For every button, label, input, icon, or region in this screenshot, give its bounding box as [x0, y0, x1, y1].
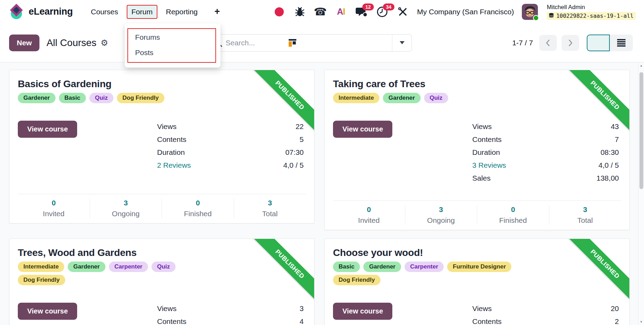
view-course-button[interactable]: View course: [333, 303, 392, 320]
stat-value: 07:30: [285, 146, 304, 159]
pager-previous-button[interactable]: [539, 35, 557, 51]
footer-stat-ongoing[interactable]: 3Ongoing: [90, 199, 162, 218]
stat-row: Views43: [472, 120, 619, 133]
menu-reporting[interactable]: Reporting: [161, 5, 202, 19]
course-tag: Gardener: [68, 262, 105, 272]
debug-tools-icon[interactable]: [397, 5, 409, 19]
view-course-button[interactable]: View course: [18, 303, 77, 320]
footer-stat-label: Finished: [477, 216, 549, 225]
elearning-logo-icon: [8, 4, 24, 20]
dropdown-item-posts[interactable]: Posts: [125, 45, 221, 60]
footer-stat-value: 3: [234, 199, 306, 207]
new-content-plus-icon[interactable]: +: [214, 6, 220, 17]
course-title: Choose your wood!: [333, 247, 621, 258]
course-tag: Basic: [59, 93, 86, 103]
user-avatar[interactable]: [522, 4, 538, 20]
footer-stat-label: Ongoing: [90, 210, 162, 218]
footer-stat-ongoing[interactable]: 3Ongoing: [405, 205, 478, 225]
search-bar: [208, 34, 412, 52]
vertical-scrollbar[interactable]: ▲ ▼: [638, 62, 644, 325]
course-stats: Views3Contents4Duration06:00: [157, 302, 304, 325]
gear-icon[interactable]: ⚙: [101, 38, 108, 48]
ai-icon[interactable]: AI: [335, 5, 347, 19]
course-card-body: View course Views3Contents4Duration06:00: [18, 302, 306, 325]
chevron-down-icon: [400, 41, 405, 44]
stat-value: 5: [299, 133, 304, 146]
course-title: Basics of Gardening: [18, 78, 306, 90]
menu-courses[interactable]: Courses: [86, 5, 123, 19]
app-brand[interactable]: eLearning: [8, 4, 73, 20]
record-icon[interactable]: [273, 5, 286, 19]
tag-row: BasicGardenerCarpenterFurniture Designer: [333, 262, 621, 272]
reviews-link[interactable]: 3 Reviews: [472, 159, 506, 172]
course-tag: Gardener: [18, 93, 55, 103]
footer-stat-invited[interactable]: 0Invited: [18, 199, 90, 218]
stat-value: 2: [615, 315, 619, 325]
course-tag: Dog Friendly: [117, 93, 164, 103]
footer-stat-label: Ongoing: [405, 216, 477, 225]
footer-stat-total[interactable]: 3Total: [234, 199, 306, 218]
kanban-view-button[interactable]: [587, 35, 610, 51]
scrollbar-thumb[interactable]: [639, 72, 643, 189]
stat-row: Contents4: [157, 315, 304, 325]
view-course-button[interactable]: View course: [18, 121, 77, 138]
stat-label: Contents: [472, 315, 502, 325]
footer-stat-finished[interactable]: 0Finished: [162, 199, 234, 218]
course-tags: GardenerBasicQuizDog Friendly: [18, 93, 306, 103]
menu-forum[interactable]: Forum: [127, 5, 158, 19]
course-stats: Views43Contents7Duration08:303 Reviews4,…: [472, 120, 619, 184]
voip-phone-icon[interactable]: ☎: [314, 5, 327, 19]
course-tag: Quiz: [89, 93, 113, 103]
course-tag: Quiz: [151, 262, 176, 272]
course-tag: Furniture Designer: [447, 262, 511, 272]
pager-next-button[interactable]: [562, 35, 579, 51]
main-menu: Courses Forum Reporting: [86, 5, 202, 19]
footer-stat-label: Total: [549, 216, 621, 225]
stat-row: Views3: [157, 302, 304, 315]
stat-row: 3 Reviews4,0 / 5: [472, 159, 619, 172]
systray: ☎ AI 12 34: [273, 4, 636, 20]
scrollbar-down-arrow[interactable]: ▼: [638, 319, 644, 325]
tag-row: GardenerBasicQuizDog Friendly: [18, 93, 306, 103]
stat-row: Contents5: [157, 133, 304, 146]
messages-icon[interactable]: 12: [355, 5, 368, 19]
tag-row: Dog Friendly: [333, 275, 621, 285]
view-course-button[interactable]: View course: [333, 121, 392, 138]
activities-clock-icon[interactable]: 34: [376, 5, 388, 19]
course-card[interactable]: PUBLISHED Taking care of Trees Intermedi…: [324, 70, 630, 230]
course-card[interactable]: PUBLISHED Trees, Wood and Gardens Interm…: [9, 239, 314, 325]
stat-row: Duration07:30: [157, 146, 304, 159]
reviews-link[interactable]: 2 Reviews: [157, 159, 191, 172]
tag-row: Dog Friendly: [18, 275, 306, 285]
course-card[interactable]: PUBLISHED Basics of Gardening GardenerBa…: [9, 70, 314, 224]
search-input[interactable]: [223, 39, 392, 47]
kanban-grid: PUBLISHED Basics of Gardening GardenerBa…: [9, 70, 644, 325]
tag-row: IntermediateGardenerCarpenterQuiz: [18, 262, 306, 272]
new-button[interactable]: New: [9, 35, 39, 51]
footer-stat-label: Invited: [333, 216, 405, 225]
search-options-toggle[interactable]: [392, 35, 412, 51]
list-view-icon: [617, 39, 626, 47]
company-switcher[interactable]: My Company (San Francisco): [417, 8, 514, 16]
stat-label: Duration: [157, 146, 185, 159]
scrollbar-up-arrow[interactable]: ▲: [638, 62, 644, 69]
control-panel: New All Courses ⚙ 1-7 / 7: [0, 23, 644, 62]
course-card[interactable]: PUBLISHED Choose your wood! BasicGardene…: [324, 239, 630, 325]
stat-label: Views: [472, 120, 492, 133]
stat-label: Views: [472, 302, 492, 315]
list-view-button[interactable]: [610, 35, 633, 51]
dropdown-item-forums[interactable]: Forums: [125, 30, 221, 45]
stat-value: 43: [611, 120, 619, 133]
footer-stat-total[interactable]: 3Total: [549, 205, 621, 225]
course-stats: Views20Contents2Duration15:00: [472, 302, 619, 325]
footer-stat-finished[interactable]: 0Finished: [477, 205, 549, 225]
pager-range: 1-7 / 7: [512, 39, 533, 47]
footer-stat-invited[interactable]: 0Invited: [333, 205, 405, 225]
course-tags: IntermediateGardenerQuiz: [333, 93, 621, 103]
course-title: Trees, Wood and Gardens: [18, 247, 306, 258]
user-info[interactable]: Mitchell Admin 100229822-saas-19-1-all: [547, 4, 636, 20]
stat-label: Duration: [472, 146, 500, 159]
bug-icon[interactable]: [294, 5, 306, 19]
course-footer-stats: 0Invited3Ongoing0Finished3Total: [18, 194, 306, 223]
course-card-body: View course Views22Contents5Duration07:3…: [18, 120, 306, 172]
